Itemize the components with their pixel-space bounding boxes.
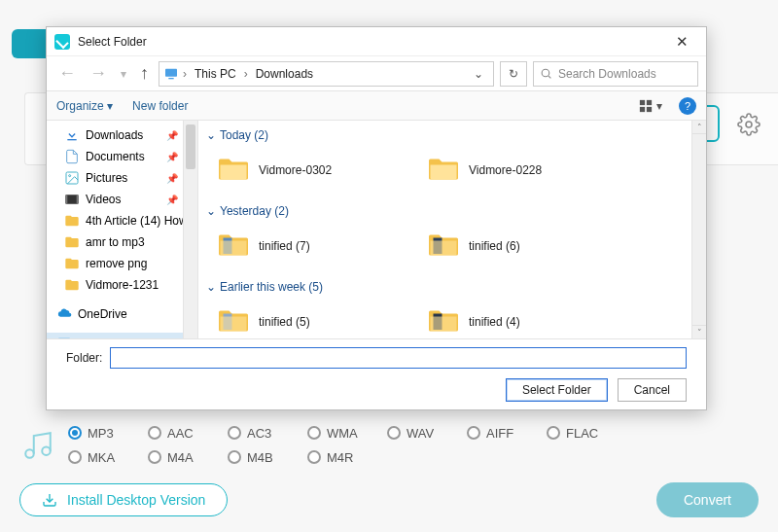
back-button[interactable]: ← — [54, 63, 80, 84]
tree-downloads[interactable]: Downloads📌 — [47, 124, 197, 146]
format-m4b[interactable]: M4B — [228, 450, 307, 465]
svg-point-1 — [25, 449, 34, 458]
pin-icon: 📌 — [166, 152, 178, 162]
search-icon — [540, 67, 552, 80]
address-dropdown[interactable]: ⌄ — [468, 67, 489, 81]
folder-icon — [216, 231, 251, 262]
scroll-up[interactable]: ˄ — [692, 121, 706, 134]
install-desktop-button[interactable]: Install Desktop Version — [19, 483, 228, 516]
format-label: M4B — [247, 450, 273, 465]
svg-rect-11 — [647, 106, 652, 111]
folder-field-label: Folder: — [66, 351, 102, 365]
address-bar[interactable]: › This PC › Downloads ⌄ — [159, 61, 494, 87]
help-button[interactable]: ? — [679, 97, 696, 115]
svg-rect-12 — [67, 139, 76, 140]
format-aiff[interactable]: AIFF — [467, 426, 547, 441]
format-aac[interactable]: AAC — [148, 426, 228, 441]
dialog-footer: Folder: Select Folder Cancel — [47, 338, 706, 409]
folder-icon — [216, 155, 251, 186]
format-label: FLAC — [566, 426, 598, 441]
folder-icon — [64, 277, 80, 293]
format-wma[interactable]: WMA — [307, 426, 387, 441]
format-label: AAC — [167, 426, 194, 441]
file-scrollbar[interactable]: ˄ ˅ — [691, 121, 706, 338]
tree-scrollbar[interactable] — [183, 121, 197, 338]
tree-folder[interactable]: Vidmore-1231 — [47, 274, 197, 296]
close-button[interactable]: ✕ — [665, 33, 698, 51]
group-yesterday[interactable]: ⌄Yesterday (2) — [206, 200, 706, 222]
folder-name-input[interactable] — [110, 347, 687, 369]
refresh-button[interactable]: ↻ — [500, 61, 527, 87]
search-input[interactable]: Search Downloads — [533, 61, 698, 87]
crumb-sep: › — [181, 67, 189, 81]
cancel-button[interactable]: Cancel — [618, 378, 687, 402]
svg-rect-4 — [165, 68, 177, 76]
folder-item[interactable]: tinified (5) — [216, 301, 420, 338]
format-wav[interactable]: WAV — [387, 426, 467, 441]
folder-icon — [64, 256, 80, 271]
install-label: Install Desktop Version — [67, 492, 205, 508]
svg-rect-15 — [65, 195, 78, 203]
tree-this-pc[interactable]: This PC — [47, 333, 197, 338]
svg-line-7 — [548, 76, 550, 78]
folder-icon — [426, 155, 461, 186]
folder-item[interactable]: Vidmore-0228 — [426, 150, 630, 191]
format-label: AC3 — [247, 426, 271, 441]
item-label: Vidmore-0302 — [259, 163, 332, 177]
pin-icon: 📌 — [166, 173, 178, 184]
format-label: MKA — [88, 450, 115, 465]
format-mp3[interactable]: MP3 — [68, 426, 148, 441]
svg-point-14 — [69, 175, 71, 177]
forward-button[interactable]: → — [86, 63, 111, 84]
format-label: WAV — [407, 426, 434, 441]
crumb-downloads[interactable]: Downloads — [252, 67, 317, 81]
folder-icon — [64, 213, 80, 229]
tree-folder[interactable]: 4th Article (14) How to Re — [47, 210, 197, 231]
folder-item[interactable]: Vidmore-0302 — [216, 150, 420, 191]
svg-rect-5 — [168, 78, 173, 79]
pin-icon: 📌 — [166, 130, 178, 141]
onedrive-icon — [56, 306, 72, 322]
view-menu[interactable]: ▾ — [634, 96, 667, 116]
pictures-icon — [64, 170, 80, 186]
format-m4a[interactable]: M4A — [148, 450, 228, 465]
tree-documents[interactable]: Documents📌 — [47, 146, 197, 167]
format-mka[interactable]: MKA — [68, 450, 148, 465]
select-folder-button[interactable]: Select Folder — [506, 378, 608, 402]
recent-dropdown[interactable]: ▾ — [117, 67, 130, 81]
convert-button[interactable]: Convert — [656, 482, 759, 517]
format-flac[interactable]: FLAC — [547, 426, 626, 441]
folder-item[interactable]: tinified (4) — [426, 301, 630, 338]
group-today[interactable]: ⌄Today (2) — [206, 124, 706, 146]
format-label: M4R — [327, 450, 353, 465]
svg-rect-9 — [647, 99, 652, 104]
folder-item[interactable]: tinified (6) — [426, 226, 630, 266]
app-bottom-bar: Install Desktop Version Convert — [0, 478, 778, 522]
chevron-down-icon: ⌄ — [206, 280, 216, 294]
crumb-sep: › — [242, 67, 250, 81]
crumb-this-pc[interactable]: This PC — [191, 67, 240, 81]
dialog-title: Select Folder — [78, 35, 147, 49]
tree-videos[interactable]: Videos📌 — [47, 189, 197, 210]
tree-folder[interactable]: remove png — [47, 253, 197, 274]
settings-icon[interactable] — [737, 113, 760, 136]
search-placeholder: Search Downloads — [558, 67, 656, 81]
tree-onedrive[interactable]: OneDrive — [47, 303, 197, 325]
scroll-down[interactable]: ˅ — [692, 325, 706, 338]
tree-pictures[interactable]: Pictures📌 — [47, 167, 197, 189]
folder-item[interactable]: tinified (7) — [216, 226, 420, 266]
toolbar: Organize ▾ New folder ▾ ? — [47, 91, 706, 121]
format-m4r[interactable]: M4R — [307, 450, 387, 465]
organize-menu[interactable]: Organize ▾ — [56, 99, 113, 113]
item-label: tinified (6) — [469, 239, 520, 253]
group-earlier[interactable]: ⌄Earlier this week (5) — [206, 276, 706, 298]
format-ac3[interactable]: AC3 — [228, 426, 307, 441]
brand-strip — [12, 29, 51, 58]
up-button[interactable]: ↑ — [136, 63, 153, 84]
new-folder-button[interactable]: New folder — [132, 99, 188, 113]
file-list: ⌄Today (2) Vidmore-0302 Vidmore-0228 ⌄Ye… — [198, 121, 706, 338]
format-label: WMA — [327, 426, 358, 441]
item-label: Vidmore-0228 — [469, 163, 542, 177]
tree-folder[interactable]: amr to mp3 — [47, 231, 197, 253]
format-label: MP3 — [88, 426, 114, 441]
